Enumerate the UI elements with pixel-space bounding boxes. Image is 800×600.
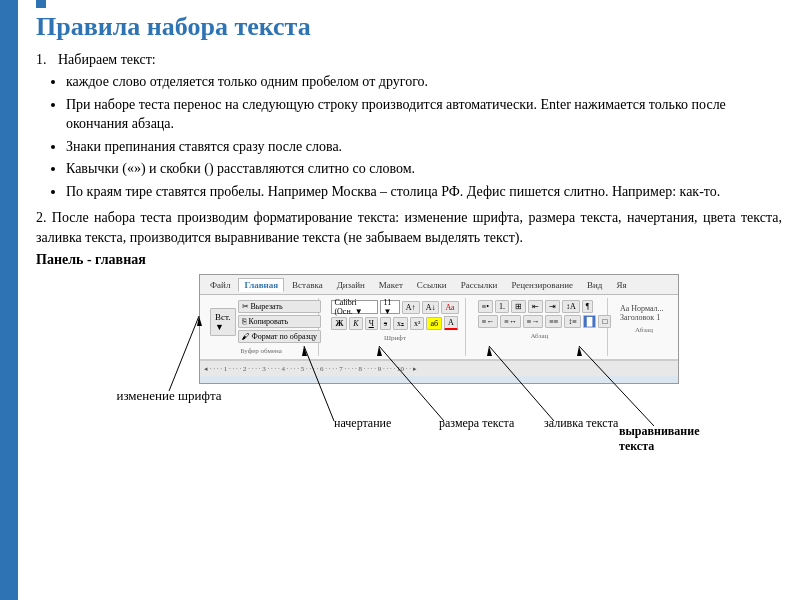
- ribbon-group-styles: Аа Нормал... Заголовок 1 Абзац: [614, 298, 674, 356]
- list-item: каждое слово отделяется только одним про…: [66, 72, 782, 92]
- text-color-button[interactable]: А: [444, 316, 458, 330]
- list-item: Кавычки («») и скобки () расставляются с…: [66, 159, 782, 179]
- tab-home[interactable]: Главная: [238, 278, 284, 292]
- paste-button[interactable]: Вст.▼: [210, 308, 236, 336]
- line-spacing-button[interactable]: ↕≡: [564, 315, 581, 328]
- ribbon-image: Файл Главная Вставка Дизайн Макет Ссылки…: [199, 274, 679, 384]
- left-accent-bar: [0, 0, 18, 600]
- bullet-list: каждое слово отделяется только одним про…: [66, 72, 782, 202]
- show-hide-button[interactable]: ¶: [582, 300, 594, 313]
- tab-view[interactable]: Вид: [581, 278, 608, 292]
- bold-button[interactable]: Ж: [331, 317, 347, 330]
- ribbon-tab-row: Файл Главная Вставка Дизайн Макет Ссылки…: [200, 275, 678, 295]
- numbering-button[interactable]: 1.: [495, 300, 509, 313]
- grow-font-button[interactable]: A↑: [402, 301, 420, 314]
- highlight-button[interactable]: аб: [426, 317, 442, 330]
- tab-mail[interactable]: Рассылки: [455, 278, 504, 292]
- cut-button[interactable]: ✂ Вырезать: [238, 300, 321, 313]
- font-row1: Calibri (Осн. ▼ 11 ▼ A↑ A↓ Аа: [331, 300, 458, 314]
- top-accent-bar: [36, 0, 46, 8]
- multilevel-button[interactable]: ⊞: [511, 300, 526, 313]
- ruler: ◂ · · · · 1 · · · · 2 · · · · 3 · · · · …: [200, 360, 678, 376]
- para-row2: ≡← ≡↔ ≡→ ≡≡ ↕≡ █ □: [478, 315, 601, 328]
- tab-refs[interactable]: Ссылки: [411, 278, 453, 292]
- panel-title: Панель - главная: [36, 252, 782, 268]
- para-row1: ≡• 1. ⊞ ⇤ ⇥ ↕A ¶: [478, 300, 601, 313]
- bullets-button[interactable]: ≡•: [478, 300, 493, 313]
- page-title: Правила набора текста: [36, 12, 782, 42]
- format-painter-button[interactable]: 🖌 Формат по образцу: [238, 330, 321, 343]
- annotation-vyravnivanie: выравнивание текста: [619, 424, 709, 454]
- numbered-item-1: 1. Набираем текст:: [36, 52, 782, 68]
- clipboard-top-row: Вст.▼ ✂ Вырезать ⎘ Копировать 🖌 Формат п…: [210, 300, 312, 343]
- align-center-button[interactable]: ≡↔: [500, 315, 521, 328]
- sort-button[interactable]: ↕A: [562, 300, 580, 313]
- tab-file[interactable]: Файл: [204, 278, 236, 292]
- tab-design[interactable]: Дизайн: [331, 278, 371, 292]
- svg-line-0: [169, 316, 199, 391]
- annotation-nachertan: начертание: [334, 416, 391, 431]
- list-item: Знаки препинания ставятся сразу после сл…: [66, 137, 782, 157]
- shading-button[interactable]: █: [583, 315, 597, 328]
- font-row2: Ж К Ч з х₂ х² аб А: [331, 316, 458, 330]
- superscript-button[interactable]: х²: [410, 317, 424, 330]
- font-size-input[interactable]: 11 ▼: [380, 300, 399, 314]
- paragraph-2: 2. После набора теста производим формати…: [36, 208, 782, 249]
- justify-button[interactable]: ≡≡: [545, 315, 562, 328]
- annotation-razmer: размера текста: [439, 416, 514, 431]
- font-name-input[interactable]: Calibri (Осн. ▼: [331, 300, 378, 314]
- ribbon-group-clipboard: Вст.▼ ✂ Вырезать ⎘ Копировать 🖌 Формат п…: [204, 298, 319, 356]
- align-right-button[interactable]: ≡→: [523, 315, 544, 328]
- decrease-indent-button[interactable]: ⇤: [528, 300, 543, 313]
- item-number: 1.: [36, 52, 54, 68]
- tab-insert[interactable]: Вставка: [286, 278, 329, 292]
- list-item: По краям тире ставятся пробелы. Например…: [66, 182, 782, 202]
- ribbon-group-paragraph: ≡• 1. ⊞ ⇤ ⇥ ↕A ¶ ≡← ≡↔ ≡→ ≡≡ ↕≡ █: [472, 298, 608, 356]
- styles-label: Абзац: [620, 326, 668, 334]
- ribbon-body: Вст.▼ ✂ Вырезать ⎘ Копировать 🖌 Формат п…: [200, 295, 678, 360]
- subscript-button[interactable]: х₂: [393, 317, 408, 330]
- main-content: Правила набора текста 1. Набираем текст:…: [18, 0, 800, 600]
- font-label: Шрифт: [331, 334, 458, 342]
- ribbon-group-font: Calibri (Осн. ▼ 11 ▼ A↑ A↓ Аа Ж К Ч з х₂…: [325, 298, 465, 356]
- tab-extra[interactable]: Яя: [610, 278, 632, 292]
- increase-indent-button[interactable]: ⇥: [545, 300, 560, 313]
- strikethrough-button[interactable]: з: [380, 317, 391, 330]
- borders-button[interactable]: □: [598, 315, 611, 328]
- shrink-font-button[interactable]: A↓: [422, 301, 440, 314]
- copy-button[interactable]: ⎘ Копировать: [238, 315, 321, 328]
- annotation-zalivka: заливка текста: [544, 416, 618, 431]
- tab-layout[interactable]: Макет: [373, 278, 409, 292]
- italic-button[interactable]: К: [349, 317, 362, 330]
- align-left-button[interactable]: ≡←: [478, 315, 499, 328]
- font-color-button[interactable]: Аа: [441, 301, 458, 314]
- item-text: Набираем текст:: [58, 52, 156, 68]
- ribbon-area: Файл Главная Вставка Дизайн Макет Ссылки…: [36, 274, 782, 446]
- underline-button[interactable]: Ч: [365, 317, 378, 330]
- annotations-container: изменение шрифта начертание: [169, 386, 709, 446]
- clipboard-label: Буфер обмена: [210, 347, 312, 355]
- paragraph-label: Абзац: [478, 332, 601, 340]
- tab-review[interactable]: Рецензирование: [505, 278, 579, 292]
- list-item: При наборе теста перенос на следующую ст…: [66, 95, 782, 134]
